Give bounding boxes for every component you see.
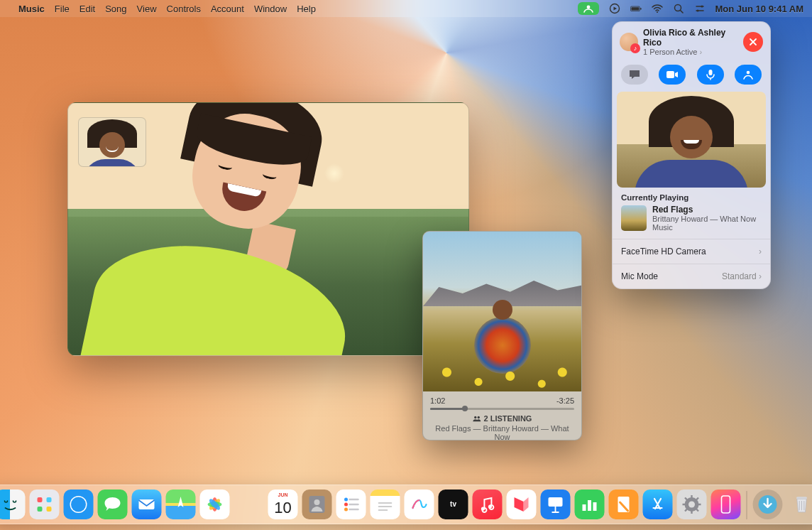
svg-point-0 xyxy=(586,6,590,9)
dock-notes[interactable] xyxy=(371,490,400,519)
menubar-status: Mon Jun 10 9:41 AM xyxy=(578,2,803,15)
svg-rect-15 xyxy=(47,497,52,502)
menu-controls[interactable]: Controls xyxy=(167,4,201,14)
chevron-right-icon: › xyxy=(759,271,762,281)
dock-keynote[interactable] xyxy=(541,490,571,519)
panel-mic-button[interactable] xyxy=(697,65,724,85)
shareplay-active-icon[interactable] xyxy=(578,2,599,15)
svg-text:tv: tv xyxy=(450,500,456,508)
panel-song-artist: Brittany Howard — What Now xyxy=(652,215,756,223)
svg-point-7 xyxy=(701,5,703,7)
dock-contacts[interactable] xyxy=(302,490,332,519)
dock-finder[interactable] xyxy=(0,490,26,519)
panel-messages-button[interactable] xyxy=(621,65,648,85)
svg-point-8 xyxy=(696,9,698,11)
dock-freeform[interactable] xyxy=(405,490,434,519)
dock-safari[interactable] xyxy=(64,490,94,519)
miniplayer-artwork xyxy=(423,232,581,391)
dock-news[interactable] xyxy=(507,490,537,519)
svg-point-9 xyxy=(474,416,476,418)
svg-rect-3 xyxy=(631,7,639,10)
dock-photos[interactable] xyxy=(200,490,230,519)
panel-camera-button[interactable] xyxy=(659,65,686,85)
dock-pages[interactable] xyxy=(609,490,639,519)
dock-music[interactable] xyxy=(473,490,503,519)
dock-launchpad[interactable] xyxy=(30,490,60,519)
svg-rect-11 xyxy=(666,71,674,78)
svg-point-29 xyxy=(344,503,348,507)
menubar-datetime[interactable]: Mon Jun 10 9:41 AM xyxy=(715,4,803,14)
dock-iphone-mirroring[interactable] xyxy=(711,490,741,519)
svg-point-30 xyxy=(344,508,348,512)
svg-point-13 xyxy=(747,71,750,75)
now-playing-icon[interactable] xyxy=(609,3,620,14)
svg-rect-34 xyxy=(549,497,563,507)
menu-song[interactable]: Song xyxy=(105,4,126,14)
facetime-window[interactable] xyxy=(67,102,469,356)
panel-close-button[interactable] xyxy=(743,32,763,52)
panel-currently-label: Currently Playing xyxy=(613,188,770,205)
menubar-app[interactable]: Music xyxy=(18,4,45,14)
svg-rect-12 xyxy=(708,70,712,75)
menubar: Music File Edit Song View Controls Accou… xyxy=(0,0,812,17)
svg-point-27 xyxy=(314,499,320,505)
dock-calendar[interactable]: JUN10 xyxy=(268,490,298,519)
menu-help[interactable]: Help xyxy=(297,4,316,14)
panel-mic-row[interactable]: Mic Mode Standard › xyxy=(613,264,770,288)
svg-point-32 xyxy=(481,507,485,510)
panel-title: Olivia Rico & Ashley Rico xyxy=(643,28,738,48)
panel-song-app: Music xyxy=(652,223,756,232)
music-miniplayer[interactable]: 1:02 -3:25 2 LISTENING Red Flags — Britt… xyxy=(422,231,582,440)
dock-tv[interactable]: tv xyxy=(439,490,468,519)
panel-shareplay-button[interactable] xyxy=(735,65,762,85)
menu-window[interactable]: Window xyxy=(254,4,287,14)
svg-rect-17 xyxy=(47,507,52,512)
dock-mail[interactable] xyxy=(132,490,162,519)
svg-rect-41 xyxy=(722,496,730,513)
control-center-icon[interactable] xyxy=(694,3,706,14)
svg-rect-20 xyxy=(139,499,155,509)
dock-maps[interactable] xyxy=(166,490,196,519)
panel-song-art-icon xyxy=(621,205,647,231)
miniplayer-elapsed: 1:02 xyxy=(430,396,445,405)
menu-file[interactable]: File xyxy=(55,4,70,14)
menu-view[interactable]: View xyxy=(137,4,157,14)
svg-point-40 xyxy=(688,502,695,508)
dock-reminders[interactable] xyxy=(336,490,366,519)
svg-rect-43 xyxy=(796,497,807,499)
dock: JUN10 tv xyxy=(0,485,812,524)
menu-edit[interactable]: Edit xyxy=(79,4,95,14)
panel-camera-row[interactable]: FaceTime HD Camera › xyxy=(613,239,770,264)
wifi-icon[interactable] xyxy=(652,3,663,14)
miniplayer-trackinfo: Red Flags — Brittany Howard — What Now xyxy=(430,424,574,440)
svg-rect-14 xyxy=(38,497,43,502)
dock-separator xyxy=(747,491,747,519)
panel-subtitle[interactable]: 1 Person Active xyxy=(643,48,738,56)
svg-rect-36 xyxy=(588,500,591,511)
spotlight-icon[interactable] xyxy=(673,3,684,14)
miniplayer-scrubber[interactable] xyxy=(430,408,574,410)
dock-messages[interactable] xyxy=(98,490,128,519)
shareplay-panel: Olivia Rico & Ashley Rico 1 Person Activ… xyxy=(612,21,771,289)
panel-song[interactable]: Red Flags Brittany Howard — What Now Mus… xyxy=(613,205,770,239)
miniplayer-listeners: 2 LISTENING xyxy=(430,414,574,423)
svg-point-19 xyxy=(71,497,86,512)
miniplayer-remaining: -3:25 xyxy=(556,396,574,405)
svg-rect-16 xyxy=(38,507,43,512)
panel-avatar-icon xyxy=(620,33,638,51)
dock-appstore[interactable] xyxy=(643,490,673,519)
svg-rect-35 xyxy=(583,504,586,511)
svg-point-28 xyxy=(344,498,348,502)
dock-downloads[interactable] xyxy=(753,490,783,519)
svg-rect-4 xyxy=(640,8,641,10)
dock-numbers[interactable] xyxy=(575,490,605,519)
menu-account[interactable]: Account xyxy=(211,4,244,14)
svg-rect-37 xyxy=(593,502,597,511)
panel-song-title: Red Flags xyxy=(652,205,756,215)
dock-settings[interactable] xyxy=(677,490,707,519)
chevron-right-icon: › xyxy=(759,247,762,256)
svg-point-10 xyxy=(477,416,479,418)
battery-icon[interactable] xyxy=(630,3,642,14)
facetime-self-view[interactable] xyxy=(78,117,146,167)
dock-trash[interactable] xyxy=(787,490,813,519)
